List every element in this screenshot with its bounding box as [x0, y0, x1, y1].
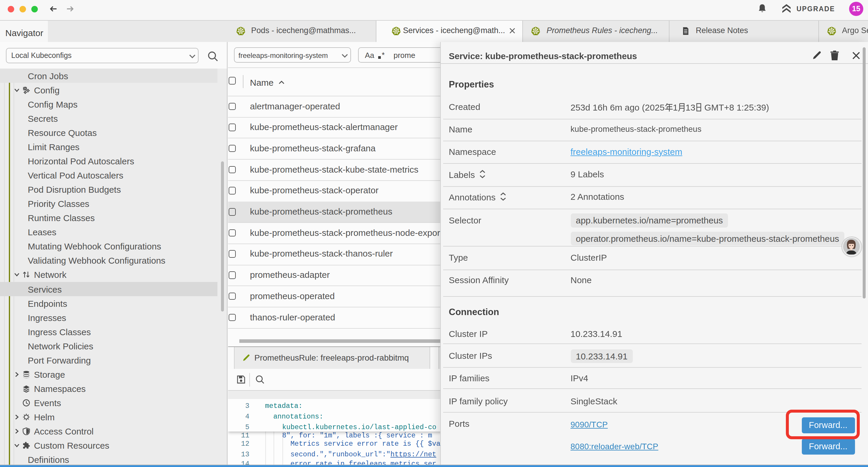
svg-text:*: *	[382, 52, 385, 59]
